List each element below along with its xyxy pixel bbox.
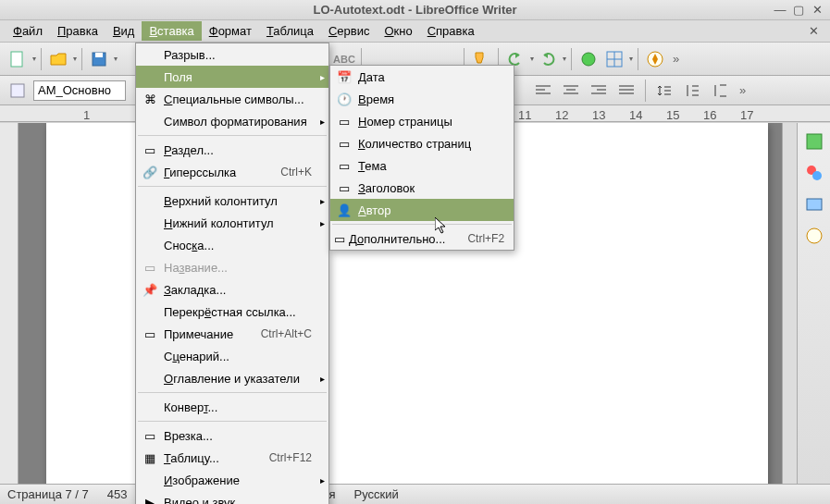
title-icon: ▭ xyxy=(334,179,354,196)
menu-item-script[interactable]: Сценарий... xyxy=(136,345,328,367)
table-icon: ▦ xyxy=(140,449,160,466)
dropdown-arrow-icon[interactable]: ▾ xyxy=(114,55,118,63)
dropdown-arrow-icon[interactable]: ▾ xyxy=(563,55,566,63)
blank-icon xyxy=(140,370,160,387)
menu-format[interactable]: Формат xyxy=(202,21,259,41)
menu-item-comment[interactable]: ▭ПримечаниеCtrl+Alt+C xyxy=(136,323,328,345)
vertical-scrollbar[interactable] xyxy=(782,123,797,484)
menu-separator xyxy=(138,421,327,422)
status-page[interactable]: Страница 7 / 7 xyxy=(7,487,89,501)
table-button[interactable] xyxy=(602,47,626,71)
sidebar-properties-icon[interactable] xyxy=(803,130,825,153)
dropdown-arrow-icon[interactable]: ▾ xyxy=(73,55,77,63)
align-right-button[interactable] xyxy=(587,79,611,103)
menu-help[interactable]: Справка xyxy=(420,21,482,41)
menu-item-break[interactable]: Разрыв... xyxy=(136,43,328,66)
menu-item-fields[interactable]: Поля▸ xyxy=(136,66,328,88)
align-left-button[interactable] xyxy=(531,79,555,103)
ruler-mark: 11 xyxy=(518,108,531,122)
statusbar: Страница 7 / 7 453 ница обычная Русский xyxy=(0,484,830,504)
menu-table[interactable]: Таблица xyxy=(259,21,321,41)
menu-item-formatting-mark[interactable]: Символ форматирования▸ xyxy=(136,110,328,132)
menu-edit[interactable]: Правка xyxy=(50,21,105,41)
vertical-ruler[interactable] xyxy=(0,123,19,484)
new-button[interactable] xyxy=(6,47,30,71)
paragraph-style-combo[interactable]: АМ_Основно xyxy=(33,80,126,101)
menu-item-time[interactable]: 🕐Время xyxy=(330,88,514,110)
menu-item-footer[interactable]: Нижний колонтитул▸ xyxy=(136,212,328,234)
ruler-mark: 17 xyxy=(740,108,753,122)
toolbar-overflow-icon[interactable]: » xyxy=(739,83,746,97)
dropdown-arrow-icon[interactable]: ▾ xyxy=(629,55,633,63)
menu-item-section[interactable]: ▭Раздел... xyxy=(136,139,328,161)
status-language[interactable]: Русский xyxy=(354,487,399,501)
other-icon: ▭ xyxy=(334,230,345,247)
menu-insert[interactable]: Вставка xyxy=(142,21,201,41)
page-count-icon: ▭ xyxy=(334,135,354,152)
menu-item-toc[interactable]: Оглавление и указатели▸ xyxy=(136,367,328,389)
menu-item-frame[interactable]: ▭Врезка... xyxy=(136,424,328,447)
status-words[interactable]: 453 xyxy=(107,487,128,501)
hyperlink-button[interactable] xyxy=(576,47,601,71)
menu-item-special-chars[interactable]: ⌘Специальные символы... xyxy=(136,88,328,110)
menu-item-crossref[interactable]: Перекрёстная ссылка... xyxy=(136,301,328,323)
redo-button[interactable] xyxy=(536,47,560,71)
save-button[interactable] xyxy=(87,47,111,71)
submenu-arrow-icon: ▸ xyxy=(320,196,325,206)
menu-item-envelope[interactable]: Конверт... xyxy=(136,396,328,418)
line-spacing-15-button[interactable] xyxy=(680,79,704,103)
sidebar-styles-icon[interactable] xyxy=(803,162,825,184)
submenu-arrow-icon: ▸ xyxy=(320,218,325,228)
line-spacing-2-button[interactable] xyxy=(708,79,732,103)
line-spacing-1-button[interactable] xyxy=(652,79,676,103)
menu-item-hyperlink[interactable]: 🔗ГиперссылкаCtrl+K xyxy=(136,161,328,183)
menu-item-title[interactable]: ▭Заголовок xyxy=(330,177,514,199)
menu-item-date[interactable]: 📅Дата xyxy=(330,66,514,88)
menu-item-media[interactable]: ▶Видео и звук xyxy=(136,491,328,504)
sidebar-gallery-icon[interactable] xyxy=(803,193,825,215)
blank-icon xyxy=(140,472,160,488)
dropdown-arrow-icon[interactable]: ▾ xyxy=(32,55,36,63)
menu-item-footnote[interactable]: Сноска... xyxy=(136,234,328,256)
menubar: Файл Правка Вид Вставка Формат Таблица С… xyxy=(0,20,830,43)
bookmark-icon: 📌 xyxy=(140,281,160,298)
svg-point-31 xyxy=(812,171,822,180)
sidebar-navigator-icon[interactable] xyxy=(803,225,825,247)
close-button[interactable]: ✕ xyxy=(810,3,824,18)
sidebar xyxy=(797,123,830,484)
minimize-button[interactable]: — xyxy=(773,3,787,18)
open-button[interactable] xyxy=(46,47,70,71)
align-center-button[interactable] xyxy=(559,79,583,103)
navigator-button[interactable] xyxy=(643,47,667,71)
menu-item-image[interactable]: Изображение▸ xyxy=(136,469,328,491)
insert-menu: Разрыв... Поля▸ ⌘Специальные символы... … xyxy=(135,43,329,504)
window-title: LO-Autotext.odt - LibreOffice Writer xyxy=(313,3,516,17)
ruler-mark: 1 xyxy=(83,108,90,122)
menu-separator xyxy=(138,135,327,136)
ruler-mark: 15 xyxy=(666,108,679,122)
special-char-icon: ⌘ xyxy=(140,91,160,107)
styles-button[interactable] xyxy=(6,79,30,103)
menu-item-page-count[interactable]: ▭Количество страниц xyxy=(330,132,514,154)
menu-item-page-number[interactable]: ▭Номер страницы xyxy=(330,110,514,132)
menu-item-subject[interactable]: ▭Тема xyxy=(330,154,514,177)
fields-submenu: 📅Дата 🕐Время ▭Номер страницы ▭Количество… xyxy=(329,65,514,251)
dropdown-arrow-icon[interactable]: ▾ xyxy=(530,55,534,63)
menu-item-header[interactable]: Верхний колонтитул▸ xyxy=(136,190,328,212)
separator xyxy=(81,48,82,70)
menu-item-other-fields[interactable]: ▭Дополнительно...Ctrl+F2 xyxy=(330,227,514,250)
doc-close-icon[interactable]: ✕ xyxy=(803,22,824,40)
svg-point-33 xyxy=(807,228,822,243)
align-justify-button[interactable] xyxy=(614,79,638,103)
menu-tools[interactable]: Сервис xyxy=(321,21,378,41)
menu-item-table[interactable]: ▦Таблицу...Ctrl+F12 xyxy=(136,447,328,469)
frame-icon: ▭ xyxy=(140,427,160,444)
menu-window[interactable]: Окно xyxy=(377,21,419,41)
menu-item-bookmark[interactable]: 📌Закладка... xyxy=(136,278,328,301)
blank-icon xyxy=(140,399,160,415)
menu-view[interactable]: Вид xyxy=(105,21,142,41)
menu-file[interactable]: Файл xyxy=(6,21,50,41)
maximize-button[interactable]: ▢ xyxy=(791,3,806,18)
toolbar-overflow-icon[interactable]: » xyxy=(673,52,679,66)
menu-item-author[interactable]: 👤Автор xyxy=(330,199,514,221)
